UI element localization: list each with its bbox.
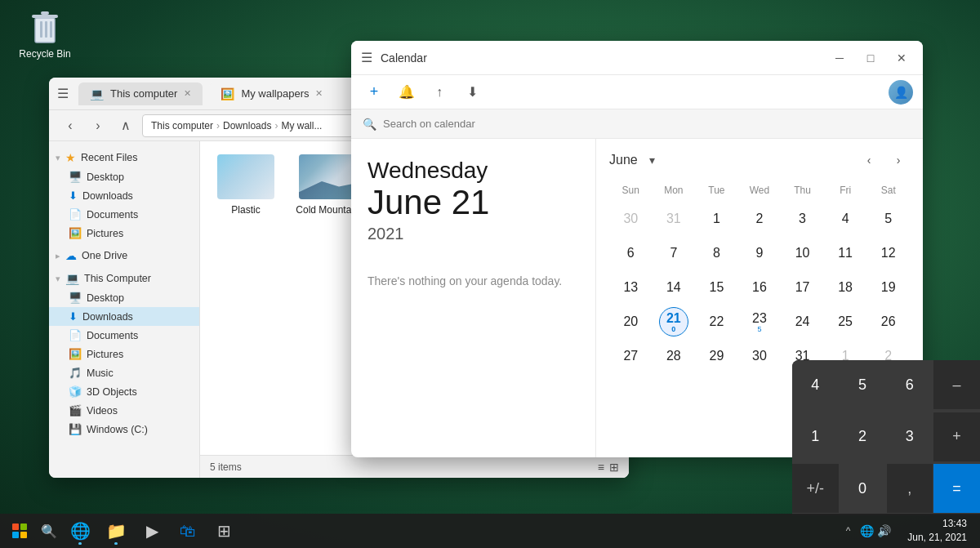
cal-download-btn[interactable]: ⬇ <box>459 79 485 105</box>
taskbar-app-edge[interactable]: 🌐 <box>64 515 96 547</box>
calc-btn-1-2[interactable]: 3 <box>887 412 933 461</box>
cal-bell-btn[interactable]: 🔔 <box>394 79 420 105</box>
fe-view-grid-icon[interactable]: ⊞ <box>609 461 619 474</box>
cal-cell-2-4[interactable]: 17 <box>788 273 817 302</box>
calc-btn-0-0[interactable]: 4 <box>792 360 839 409</box>
fe-address-part3: My wall... <box>281 120 322 131</box>
fe-tab2-close[interactable]: ✕ <box>315 88 323 99</box>
one-drive-group[interactable]: ▸ ☁ One Drive <box>49 246 199 265</box>
file-thumb-plastic <box>217 154 274 199</box>
cal-cell-1-1[interactable]: 7 <box>659 238 688 268</box>
sidebar-item-pictures[interactable]: 🖼️ Pictures <box>49 224 199 243</box>
cal-month-dropdown[interactable]: ▾ <box>641 149 664 172</box>
calc-btn-2-2[interactable]: , <box>887 464 933 513</box>
cal-cell-0-2[interactable]: 1 <box>702 204 731 234</box>
cal-maximize-btn[interactable]: □ <box>859 47 882 69</box>
calc-btn-0-2[interactable]: 6 <box>887 360 933 409</box>
cal-cell-2-5[interactable]: 18 <box>831 273 860 302</box>
calc-btn-1-3[interactable]: + <box>933 412 980 461</box>
cal-cell-1-2[interactable]: 8 <box>702 238 731 268</box>
sidebar-item-videos[interactable]: 🎬 Videos <box>49 401 199 420</box>
sidebar-item-music[interactable]: 🎵 Music <box>49 363 199 382</box>
cal-search-bar[interactable]: 🔍 <box>351 109 923 139</box>
taskbar-clock[interactable]: 13:43 Jun, 21, 2021 <box>901 517 973 545</box>
calc-btn-0-3[interactable]: – <box>933 360 980 409</box>
cal-minimize-btn[interactable]: ─ <box>828 47 851 69</box>
calc-btn-2-1[interactable]: 0 <box>840 464 886 513</box>
fe-tab-this-computer[interactable]: 💻 This computer ✕ <box>78 82 203 105</box>
cal-cell-2-1[interactable]: 14 <box>659 273 688 302</box>
calc-btn-0-1[interactable]: 5 <box>840 360 886 409</box>
fe-tab-wallpapers[interactable]: 🖼️ My wallpapers ✕ <box>209 82 334 105</box>
cal-search-input[interactable] <box>383 118 911 130</box>
taskbar-search-btn[interactable]: 🔍 <box>36 518 62 544</box>
cal-cell-0-4[interactable]: 3 <box>788 204 817 234</box>
sidebar-item-downloads2[interactable]: ⬇ Downloads <box>49 307 199 326</box>
recycle-bin[interactable]: Recycle Bin <box>16 8 74 60</box>
cal-cell-3-2[interactable]: 22 <box>702 307 731 336</box>
fe-up-btn[interactable]: ∧ <box>114 114 137 137</box>
cal-next-month-btn[interactable]: › <box>887 149 910 172</box>
cal-cell-1-4[interactable]: 10 <box>788 238 817 268</box>
taskbar-systray[interactable]: 🌐 🔊 <box>855 524 896 537</box>
systray-chevron[interactable]: ^ <box>846 525 851 537</box>
cal-cell-3-4[interactable]: 24 <box>788 307 817 336</box>
start-button[interactable] <box>7 518 33 544</box>
cal-menu-icon[interactable]: ☰ <box>361 50 372 65</box>
sidebar-item-documents[interactable]: 📄 Documents <box>49 205 199 224</box>
calc-btn-1-1[interactable]: 2 <box>840 412 886 461</box>
cal-cell-0-1[interactable]: 31 <box>659 204 688 234</box>
sidebar-item-desktop2[interactable]: 🖥️ Desktop <box>49 288 199 307</box>
calc-btn-1-0[interactable]: 1 <box>792 412 839 461</box>
calc-btn-2-3[interactable]: = <box>933 464 980 513</box>
sidebar-item-windows[interactable]: 💾 Windows (C:) <box>49 420 199 439</box>
cal-close-btn[interactable]: ✕ <box>890 47 913 69</box>
this-computer-group[interactable]: ▾ 💻 This Computer <box>49 269 199 288</box>
cal-cell-4-1[interactable]: 28 <box>659 341 688 371</box>
cal-month-name[interactable]: June <box>609 153 638 167</box>
cal-avatar[interactable]: 👤 <box>889 80 913 105</box>
cal-cell-3-3[interactable]: 235 <box>745 307 774 336</box>
cal-cell-0-0[interactable]: 30 <box>616 204 645 234</box>
taskbar-app-media[interactable]: ▶ <box>136 515 168 547</box>
cal-cell-0-5[interactable]: 4 <box>831 204 860 234</box>
cal-cell-1-0[interactable]: 6 <box>616 238 645 268</box>
taskbar-app-store[interactable]: 🛍 <box>172 515 204 547</box>
sidebar-item-desktop[interactable]: 🖥️ Desktop <box>49 167 199 186</box>
cal-cell-4-2[interactable]: 29 <box>702 341 731 371</box>
cal-cell-3-5[interactable]: 25 <box>831 307 860 336</box>
cal-cell-2-2[interactable]: 15 <box>702 273 731 302</box>
cal-cell-3-0[interactable]: 20 <box>616 307 645 336</box>
taskbar-app-explorer[interactable]: 📁 <box>100 515 132 547</box>
taskbar-app-startmenu[interactable]: ⊞ <box>207 515 240 547</box>
file-item-plastic[interactable]: Plastic <box>213 154 278 217</box>
sidebar-item-documents2[interactable]: 📄 Documents <box>49 326 199 345</box>
fe-back-btn[interactable]: ‹ <box>59 114 82 137</box>
fe-view-list-icon[interactable]: ≡ <box>598 461 604 474</box>
cal-cell-2-0[interactable]: 13 <box>616 273 645 302</box>
sidebar-item-3dobjects[interactable]: 🧊 3D Objects <box>49 382 199 401</box>
cal-prev-month-btn[interactable]: ‹ <box>858 149 880 172</box>
calc-btn-2-0[interactable]: +/- <box>792 464 839 513</box>
sidebar-item-pictures2[interactable]: 🖼️ Pictures <box>49 345 199 363</box>
cal-share-btn[interactable]: ↑ <box>426 79 452 105</box>
cal-cell-1-6[interactable]: 12 <box>874 238 903 268</box>
cal-cell-2-3[interactable]: 16 <box>745 273 774 302</box>
fe-menu-icon[interactable]: ☰ <box>57 86 69 101</box>
cal-cell-3-1[interactable]: 210 <box>659 307 688 336</box>
cal-cell-0-6[interactable]: 5 <box>874 204 903 234</box>
file-item-cold-mountain[interactable]: Cold Mountain <box>295 154 360 217</box>
recent-files-group[interactable]: ▾ ★ Recent Files <box>49 148 199 167</box>
fe-forward-btn[interactable]: › <box>87 114 109 137</box>
cal-add-btn[interactable]: + <box>361 79 387 105</box>
cal-cell-1-3[interactable]: 9 <box>745 238 774 268</box>
sidebar-item-downloads[interactable]: ⬇ Downloads <box>49 186 199 205</box>
cal-cell-0-3[interactable]: 2 <box>745 204 774 234</box>
fe-tab-close[interactable]: ✕ <box>184 88 191 99</box>
cal-cell-4-3[interactable]: 30 <box>745 341 774 371</box>
cal-month-day: June 21 <box>368 183 489 221</box>
cal-cell-2-6[interactable]: 19 <box>874 273 903 302</box>
cal-cell-1-5[interactable]: 11 <box>831 238 860 268</box>
cal-cell-3-6[interactable]: 26 <box>874 307 903 336</box>
cal-cell-4-0[interactable]: 27 <box>616 341 645 371</box>
